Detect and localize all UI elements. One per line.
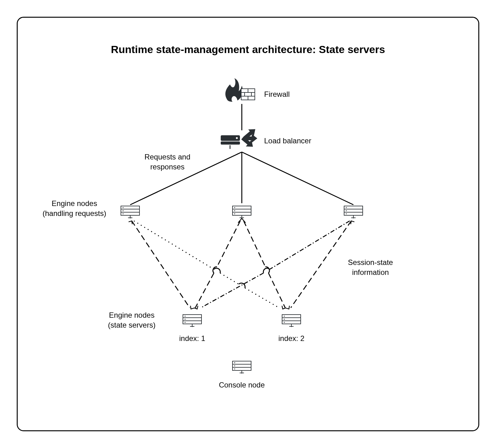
state-server-1-icon <box>183 315 202 327</box>
engine-nodes-state-label: Engine nodes(state servers) <box>96 310 167 330</box>
console-node-label: Console node <box>208 380 276 390</box>
state-server-2-index-label: index: 2 <box>271 334 312 343</box>
state-server-1-index-label: index: 1 <box>172 334 212 343</box>
diagram-canvas: Runtime state-management architecture: S… <box>0 0 496 448</box>
load-balancer-label: Load balancer <box>264 136 311 146</box>
svg-rect-16 <box>221 141 240 145</box>
svg-point-17 <box>236 137 238 139</box>
state-server-2-icon <box>282 315 301 327</box>
session-state-label: Session-stateinformation <box>335 258 406 278</box>
engine-node-1-icon <box>121 206 140 218</box>
requests-responses-label: Requests andresponses <box>127 152 208 172</box>
firewall-label: Firewall <box>264 89 290 99</box>
connectors-engines-stateservers <box>132 221 351 308</box>
load-balancer-icon <box>221 126 258 150</box>
engine-nodes-handling-label: Engine nodes(handling requests) <box>34 199 115 219</box>
engine-node-2-icon <box>232 206 251 218</box>
firewall-icon <box>225 78 255 102</box>
console-node-icon <box>232 361 251 374</box>
engine-node-3-icon <box>344 206 363 218</box>
svg-line-24 <box>242 152 353 205</box>
